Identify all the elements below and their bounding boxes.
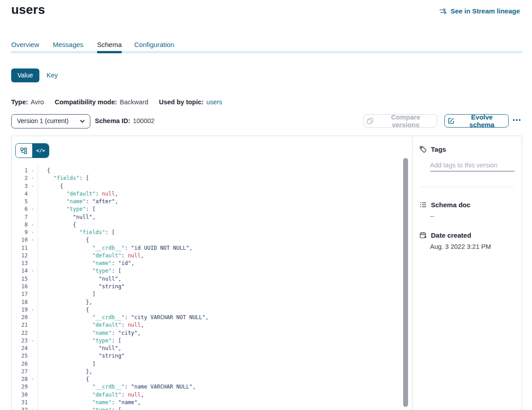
schema-doc-value: --	[430, 213, 434, 220]
code-line: 7 "null",	[12, 214, 412, 221]
fold-toggle-icon[interactable]: ▾	[28, 306, 38, 314]
code-text: "__crdb__": "city VARCHAR NOT NULL",	[38, 314, 209, 321]
compare-versions-label: Compare versions	[377, 113, 434, 128]
fold-spacer	[28, 391, 38, 399]
code-text: "name": "city",	[38, 329, 141, 337]
value-toggle-button[interactable]: Value	[11, 68, 39, 82]
vertical-scrollbar-thumb[interactable]	[403, 158, 408, 407]
code-line: 13 "name": "id",	[12, 260, 412, 267]
fold-toggle-icon[interactable]: ▾	[28, 267, 38, 275]
code-text: "type": [	[38, 205, 95, 213]
line-number: 19	[12, 306, 28, 314]
tab-messages[interactable]: Messages	[53, 41, 83, 48]
code-line: 31 "name": "name",	[12, 399, 412, 406]
code-line: 21 "default": null,	[12, 321, 412, 329]
line-number: 2	[12, 175, 28, 182]
fold-spacer	[28, 345, 38, 352]
compare-versions-button[interactable]: Compare versions	[363, 114, 437, 128]
fold-toggle-icon[interactable]: ▾	[28, 376, 38, 383]
version-select[interactable]: Version 1 (current)	[11, 114, 90, 128]
code-text: "null",	[38, 214, 95, 221]
line-number: 13	[12, 260, 28, 267]
evolve-schema-button[interactable]: Evolve schema	[444, 114, 509, 128]
page-title: users	[11, 3, 45, 17]
fold-toggle-icon[interactable]: ▾	[28, 183, 38, 190]
tags-input[interactable]	[430, 159, 515, 171]
tree-view-icon	[20, 147, 27, 154]
tab-configuration[interactable]: Configuration	[134, 41, 174, 48]
code-line: 16 "string"	[12, 283, 412, 290]
code-text: "default": null,	[38, 252, 144, 260]
line-number: 3	[12, 183, 28, 190]
line-number: 6	[12, 205, 28, 213]
fold-spacer	[28, 383, 38, 391]
chevron-down-icon	[80, 119, 85, 124]
tab-schema[interactable]: Schema	[97, 41, 122, 48]
fold-toggle-icon[interactable]: ▾	[28, 221, 38, 229]
fold-spacer	[28, 299, 38, 306]
key-toggle-button[interactable]: Key	[47, 72, 58, 79]
line-number: 16	[12, 283, 28, 290]
code-text: {	[38, 236, 89, 244]
code-editor[interactable]: 1▾{2▾ "fields": [3▾ {4 "default": null,5…	[12, 167, 412, 410]
code-line: 19▾ {	[12, 306, 412, 314]
meta-item: Used by topic:users	[159, 98, 222, 106]
meta-value-link[interactable]: users	[206, 98, 222, 106]
fold-toggle-icon[interactable]: ▾	[28, 229, 38, 236]
line-number: 17	[12, 290, 28, 298]
meta-label: Compatibility mode:	[55, 98, 117, 106]
line-number: 24	[12, 345, 28, 352]
code-line: 29 "__crdb__": "name VARCHAR NULL",	[12, 383, 412, 391]
date-created-section-header: Date created	[419, 231, 471, 239]
lineage-link-label: See in Stream lineage	[451, 7, 520, 15]
fold-spacer	[28, 252, 38, 260]
more-options-button[interactable]: •••	[513, 114, 522, 128]
line-number: 7	[12, 214, 28, 221]
line-number: 15	[12, 275, 28, 283]
code-line: 2▾ "fields": [	[12, 175, 412, 182]
schema-doc-section-header: Schema doc	[419, 201, 470, 209]
code-line: 22 "name": "city",	[12, 329, 412, 337]
code-view-icon: </>	[36, 148, 45, 154]
tree-view-button[interactable]	[16, 144, 33, 158]
code-text: },	[38, 368, 92, 376]
fold-spacer	[28, 290, 38, 298]
line-number: 23	[12, 337, 28, 345]
code-line: 8▾ {	[12, 221, 412, 229]
fold-spacer	[28, 329, 38, 337]
tags-section-header: Tags	[419, 145, 446, 153]
fold-toggle-icon[interactable]: ▾	[28, 175, 38, 182]
see-in-stream-lineage-link[interactable]: See in Stream lineage	[439, 7, 520, 15]
schema-code-pane[interactable]: </> 1▾{2▾ "fields": [3▾ {4 "default": nu…	[12, 136, 412, 410]
stream-lineage-icon	[439, 8, 447, 15]
fold-toggle-icon[interactable]: ▾	[28, 236, 38, 244]
code-text: "null",	[38, 275, 121, 283]
code-line: 11 "__crdb__": "id UUID NOT NULL",	[12, 244, 412, 252]
code-text: "type": [	[38, 337, 121, 345]
schema-id-label: Schema ID:	[95, 117, 130, 124]
line-number: 11	[12, 244, 28, 252]
line-number: 20	[12, 314, 28, 321]
date-created-title: Date created	[431, 231, 471, 239]
fold-toggle-icon[interactable]: ▾	[28, 205, 38, 213]
code-view-button[interactable]: </>	[33, 144, 49, 158]
code-line: 15 "null",	[12, 275, 412, 283]
schema-panel: </> 1▾{2▾ "fields": [3▾ {4 "default": nu…	[11, 136, 522, 410]
schema-doc-title: Schema doc	[431, 201, 470, 209]
meta-item: Type:Avro	[11, 98, 44, 106]
fold-toggle-icon[interactable]: ▾	[28, 337, 38, 345]
code-text: "string"	[38, 352, 124, 360]
meta-value: Backward	[120, 98, 149, 106]
fold-spacer	[28, 190, 38, 198]
code-text: "fields": [	[38, 229, 115, 236]
code-text: "default": null,	[38, 321, 144, 329]
fold-spacer	[28, 260, 38, 267]
fold-spacer	[28, 321, 38, 329]
tab-overview[interactable]: Overview	[11, 41, 39, 48]
meta-label: Type:	[11, 98, 28, 106]
fold-spacer	[28, 314, 38, 321]
fold-toggle-icon[interactable]: ▾	[28, 167, 38, 175]
fold-toggle-icon[interactable]: ▾	[28, 406, 38, 410]
fold-spacer	[28, 283, 38, 290]
code-line: 5 "name": "after",	[12, 198, 412, 205]
